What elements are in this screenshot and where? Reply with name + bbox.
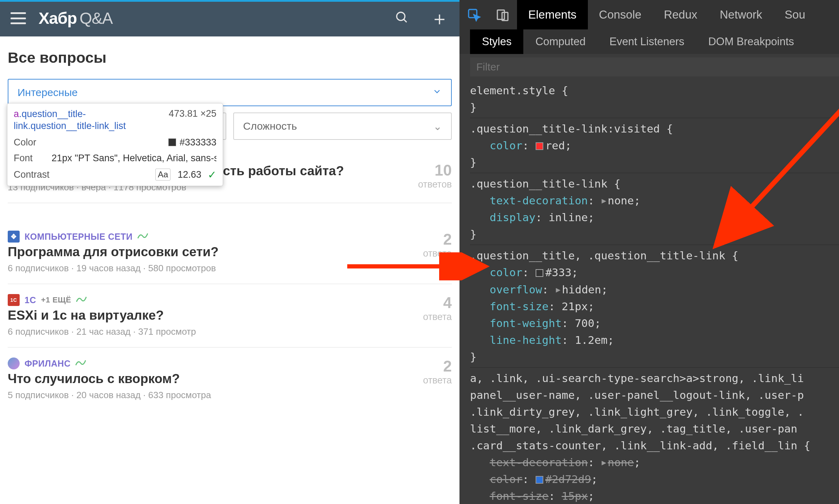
subtab-dom-breakpoints[interactable]: DOM Breakpoints <box>696 29 806 54</box>
page-load-bar <box>0 0 459 2</box>
chevron-down-icon: ⌄ <box>433 120 442 132</box>
chevron-down-icon <box>432 87 442 99</box>
tag-icon: 1C <box>8 294 20 306</box>
css-declaration[interactable]: overflow: ▶hidden; <box>470 281 839 298</box>
inspect-icon[interactable] <box>459 0 488 29</box>
expand-icon[interactable]: ▶ <box>602 457 606 469</box>
question-meta: 5 подписчиков · 20 часов назад · 633 про… <box>8 390 399 401</box>
filter-difficulty[interactable]: Сложность ⌄ <box>233 113 452 140</box>
tag-icon <box>8 357 20 369</box>
devtools-pane: Elements Console Redux Network Sou Style… <box>459 0 839 504</box>
css-declaration[interactable]: line-height: 1.2em; <box>470 332 839 348</box>
check-icon: ✓ <box>208 169 216 181</box>
logo-sub: Q&A <box>80 9 113 27</box>
tooltip-color-value: #333333 <box>180 137 216 148</box>
devtools-tabs: Elements Console Redux Network Sou <box>459 0 839 29</box>
svg-line-6 <box>723 102 839 238</box>
page-title: Все вопросы <box>8 49 452 66</box>
activity-icon <box>76 295 87 305</box>
inspector-tooltip: a.question__title-link.question__title-l… <box>7 103 223 186</box>
site-header: ХабрQ&A ＋ <box>0 0 459 36</box>
color-swatch-icon[interactable] <box>536 269 543 277</box>
device-icon[interactable] <box>488 0 517 29</box>
styles-filter-input[interactable] <box>470 57 839 76</box>
expand-icon[interactable]: ▶ <box>556 284 561 296</box>
question-tag[interactable]: 1С <box>25 295 36 305</box>
color-swatch-icon <box>168 138 176 146</box>
tooltip-font-value: 21px "PT Sans", Helvetica, Arial, sans-s… <box>52 153 216 164</box>
answer-count: 2 <box>406 357 452 375</box>
css-selector[interactable]: .question__title-link <box>470 177 608 190</box>
filter-primary[interactable]: Интересные <box>8 79 452 106</box>
css-declaration[interactable]: font-size: 15px; <box>470 488 839 504</box>
activity-icon <box>137 232 148 242</box>
tag-icon: ❖ <box>8 231 20 243</box>
svg-point-0 <box>397 12 405 20</box>
tooltip-tag: a <box>14 109 19 119</box>
css-declaration[interactable]: font-weight: 700; <box>470 315 839 332</box>
answer-count: 2 <box>406 231 452 248</box>
search-icon[interactable] <box>395 11 409 26</box>
answer-count: 10 <box>406 162 452 179</box>
question-tag[interactable]: ФРИЛАНС <box>25 359 71 369</box>
svg-line-1 <box>404 19 407 22</box>
answer-count: 4 <box>406 294 452 312</box>
question-title-link[interactable]: Что случилось с кворком? <box>8 372 399 386</box>
css-selector[interactable]: .question__title, .question__title-link <box>470 249 725 262</box>
svg-rect-4 <box>497 10 504 20</box>
answer-count-label: ответов <box>406 179 452 190</box>
tooltip-font-label: Font <box>14 153 33 164</box>
tooltip-contrast-value: 12.63 <box>177 169 201 180</box>
add-icon[interactable]: ＋ <box>430 9 449 28</box>
answer-count-label: ответа <box>406 312 452 322</box>
annotation-arrow <box>344 252 491 280</box>
tooltip-contrast-label: Contrast <box>14 169 49 180</box>
expand-icon[interactable]: ▶ <box>602 195 606 207</box>
filter-primary-label: Интересные <box>18 87 78 98</box>
css-declaration[interactable]: color: #2d72d9; <box>470 471 839 488</box>
css-selector[interactable]: .question__title-link:visited <box>470 122 660 135</box>
annotation-arrow <box>687 95 839 263</box>
logo-main: Хабр <box>39 9 77 27</box>
tooltip-dimensions: 473.81 ×25 <box>169 108 216 119</box>
tooltip-color-label: Color <box>14 137 36 148</box>
tooltip-classes: .question__title-link.question__title-li… <box>14 109 126 131</box>
site-pane: ХабрQ&A ＋ Все вопросы Интересные <box>0 0 459 504</box>
tab-sources[interactable]: Sou <box>773 0 817 29</box>
answer-count-label: ответа <box>406 375 452 386</box>
css-declaration[interactable]: font-size: 21px; <box>470 298 839 315</box>
question-meta: 6 подписчиков · 19 часов назад · 580 про… <box>8 263 399 274</box>
question-item: 1C 1С +1 ЕЩЁ ESXi и 1с на виртуалке? 6 п… <box>8 284 452 348</box>
css-selector[interactable]: a, .link, .ui-search-type-search>a>stron… <box>470 372 804 452</box>
color-swatch-icon[interactable] <box>536 476 543 484</box>
activity-icon <box>75 359 86 369</box>
question-meta: 6 подписчиков · 21 час назад · 371 просм… <box>8 326 399 337</box>
tab-network[interactable]: Network <box>709 0 773 29</box>
question-title-link[interactable]: ESXi и 1с на виртуалке? <box>8 308 399 323</box>
devtools-subtabs: Styles Computed Event Listeners DOM Brea… <box>459 29 839 54</box>
css-declaration[interactable]: color: #333; <box>470 264 839 281</box>
question-item: ФРИЛАНС Что случилось с кворком? 5 подпи… <box>8 348 452 410</box>
subtab-event-listeners[interactable]: Event Listeners <box>597 29 696 54</box>
css-declaration[interactable]: text-decoration: ▶none; <box>470 454 839 471</box>
color-swatch-icon[interactable] <box>536 142 543 150</box>
filter-difficulty-label: Сложность <box>243 120 297 132</box>
subtab-computed[interactable]: Computed <box>523 29 597 54</box>
tab-console[interactable]: Console <box>588 0 653 29</box>
contrast-badge: Aa <box>155 169 170 181</box>
css-selector[interactable]: element.style <box>470 84 555 97</box>
tab-redux[interactable]: Redux <box>653 0 709 29</box>
menu-icon[interactable] <box>11 12 26 24</box>
question-title-link[interactable]: Программа для отрисовки сети? <box>8 245 399 259</box>
question-tag[interactable]: КОМПЬЮТЕРНЫЕ СЕТИ <box>25 232 133 242</box>
extra-tags-badge[interactable]: +1 ЕЩЁ <box>41 295 71 305</box>
tab-elements[interactable]: Elements <box>517 0 588 29</box>
subtab-styles[interactable]: Styles <box>470 29 523 54</box>
site-logo[interactable]: ХабрQ&A <box>39 9 113 28</box>
